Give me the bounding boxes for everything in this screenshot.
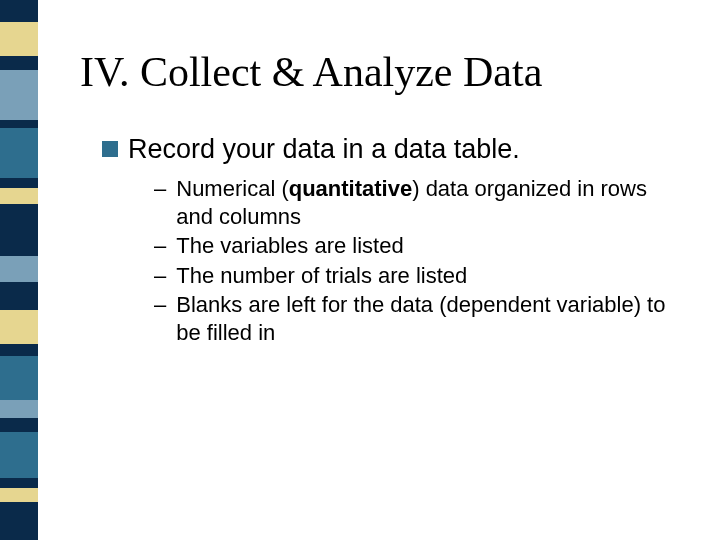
slide-content: IV. Collect & Analyze Data Record your d… [80,48,680,348]
stripe-segment [0,178,38,188]
stripe-segment [0,310,38,344]
bullet-level-1-text: Record your data in a data table. [128,134,520,165]
dash-bullet-icon: – [154,175,166,203]
bullet-level-2-item: –Blanks are left for the data (dependent… [154,291,680,346]
stripe-segment [0,400,38,418]
bullet-level-2-item: –The variables are listed [154,232,680,260]
dash-bullet-icon: – [154,291,166,319]
stripe-segment [0,120,38,128]
bullet-level-2-item: –Numerical (quantitative) data organized… [154,175,680,230]
stripe-segment [0,256,38,282]
stripe-segment [0,128,38,178]
bullet-level-2-text: The variables are listed [176,232,403,260]
slide-title: IV. Collect & Analyze Data [80,48,680,96]
stripe-segment [0,204,38,256]
stripe-segment [0,502,38,540]
decorative-stripe-column [0,0,38,540]
stripe-segment [0,22,38,56]
stripe-segment [0,344,38,356]
bullet-level-2-text: The number of trials are listed [176,262,467,290]
dash-bullet-icon: – [154,262,166,290]
stripe-segment [0,418,38,432]
stripe-segment [0,356,38,400]
stripe-segment [0,70,38,120]
stripe-segment [0,188,38,204]
stripe-segment [0,56,38,70]
stripe-segment [0,0,38,22]
square-bullet-icon [102,141,118,157]
stripe-segment [0,432,38,478]
stripe-segment [0,478,38,488]
dash-bullet-icon: – [154,232,166,260]
bullet-level-2-item: –The number of trials are listed [154,262,680,290]
stripe-segment [0,282,38,310]
bullet-level-2-text: Numerical (quantitative) data organized … [176,175,680,230]
stripe-segment [0,488,38,502]
bullet-level-1: Record your data in a data table. –Numer… [102,134,680,346]
bullet-level-2-list: –Numerical (quantitative) data organized… [154,175,680,346]
bullet-level-2-text: Blanks are left for the data (dependent … [176,291,680,346]
